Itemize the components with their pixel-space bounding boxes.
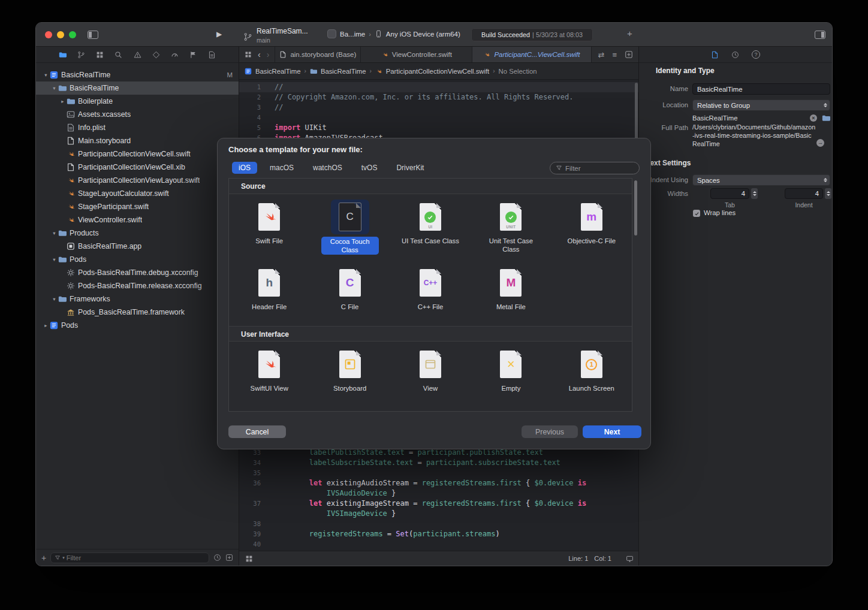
navigator-row-boilerplate[interactable]: ▸Boilerplate xyxy=(36,95,239,108)
navigator-row-pods-basicrealtime-framework[interactable]: Pods_BasicRealTime.framework xyxy=(36,306,239,319)
platform-tab-macos[interactable]: macOS xyxy=(263,162,300,174)
disclosure-closed-icon[interactable]: ▸ xyxy=(42,322,50,328)
destination-name[interactable]: Any iOS Device (arm64) xyxy=(386,31,460,38)
platform-tab-ios[interactable]: iOS xyxy=(232,162,257,174)
issue-navigator-icon[interactable] xyxy=(134,51,141,59)
scheme-selector[interactable]: Ba...ime › Any iOS Device (arm64) xyxy=(327,29,460,38)
file-inspector-icon[interactable] xyxy=(711,51,719,59)
tab-main-storyboard[interactable]: ain.storyboard (Base) xyxy=(275,47,360,62)
source-control-navigator-icon[interactable] xyxy=(77,51,85,59)
breadcrumb-project[interactable]: BasicRealTime xyxy=(255,68,301,75)
tab-width-stepper[interactable] xyxy=(751,188,758,199)
navigator-row-pods-basicrealtime-debug-xcconfig[interactable]: Pods-BasicRealTime.debug.xcconfig xyxy=(36,266,239,279)
navigator-row-assets-xcassets[interactable]: Assets.xcassets xyxy=(36,108,239,121)
wrap-lines-checkbox[interactable] xyxy=(693,210,700,217)
indent-width-stepper[interactable] xyxy=(825,188,831,199)
symbol-navigator-icon[interactable] xyxy=(96,51,104,59)
navigator-row-pods[interactable]: ▾Pods xyxy=(36,253,239,266)
navigator-row-participantcollectionviewcell-xib[interactable]: ParticipantCollectionViewCell.xib xyxy=(36,161,239,174)
indent-width-field[interactable]: 4 xyxy=(785,188,823,199)
go-forward-icon[interactable]: › xyxy=(267,50,270,59)
monitor-icon[interactable] xyxy=(626,555,634,563)
editor-options-icon[interactable] xyxy=(245,555,253,563)
minimize-window-button[interactable] xyxy=(57,31,64,38)
toggle-inspector-icon[interactable] xyxy=(815,31,825,39)
navigator-row-pods[interactable]: ▸Pods xyxy=(36,319,239,332)
next-button[interactable]: Next xyxy=(583,425,641,438)
template-metal-file[interactable]: MMetal File xyxy=(471,260,551,326)
debug-navigator-icon[interactable] xyxy=(171,51,179,59)
activity-status[interactable]: Build Succeeded | 5/30/23 at 08:03 xyxy=(471,28,593,41)
indent-using-select[interactable]: Spaces xyxy=(692,174,830,186)
navigator-filter-input[interactable] xyxy=(67,554,205,561)
template-header-file[interactable]: hHeader File xyxy=(229,260,309,326)
template-objective-c-file[interactable]: mObjective-C File xyxy=(551,194,632,260)
test-navigator-icon[interactable] xyxy=(152,51,160,59)
tab-viewcontroller-swift[interactable]: ViewController.swift xyxy=(360,47,472,62)
template-cocoa-touch-class[interactable]: CCocoa Touch Class xyxy=(309,194,390,260)
tab-width-field[interactable]: 4 xyxy=(710,188,749,199)
disclosure-open-icon[interactable]: ▾ xyxy=(50,296,58,302)
navigator-row-participantcollectionviewcell-swift[interactable]: ParticipantCollectionViewCell.swift xyxy=(36,147,239,161)
template-view[interactable]: View xyxy=(390,342,471,407)
navigator-row-participantcollectionviewlayout-swift[interactable]: ParticipantCollectionViewLayout.swift xyxy=(36,174,239,187)
project-navigator-icon[interactable] xyxy=(59,51,67,59)
breadcrumb-group[interactable]: BasicRealTime xyxy=(321,68,366,75)
scheme-name[interactable]: Ba...ime xyxy=(340,31,365,38)
template-c-file[interactable]: C++C++ File xyxy=(390,260,471,326)
template-c-file[interactable]: CC File xyxy=(309,260,390,326)
dialog-scrollbar[interactable] xyxy=(634,180,637,235)
disclosure-open-icon[interactable]: ▾ xyxy=(50,230,58,236)
location-select[interactable]: Relative to Group xyxy=(692,99,830,111)
swap-editors-icon[interactable]: ⇄ xyxy=(598,50,605,59)
zoom-window-button[interactable] xyxy=(69,31,76,38)
related-items-icon[interactable] xyxy=(245,51,252,58)
template-filter-field[interactable]: Filter xyxy=(550,162,640,174)
navigator-row-main-storyboard[interactable]: Main.storyboard xyxy=(36,134,239,147)
open-path-icon[interactable]: → xyxy=(816,139,824,147)
template-ui-test-case-class[interactable]: UIUI Test Case Class xyxy=(390,194,471,260)
library-button[interactable]: + xyxy=(627,28,632,38)
help-inspector-icon[interactable]: ? xyxy=(752,50,760,59)
run-button[interactable]: ▶ xyxy=(216,30,222,38)
disclosure-closed-icon[interactable]: ▸ xyxy=(59,98,67,104)
toggle-navigator-icon[interactable] xyxy=(88,31,98,39)
find-navigator-icon[interactable] xyxy=(114,51,122,59)
template-empty[interactable]: ×Empty xyxy=(471,342,551,407)
previous-button[interactable]: Previous xyxy=(522,425,578,438)
minimap-icon[interactable]: ≡ xyxy=(612,50,617,59)
name-field[interactable]: BasicRealTime xyxy=(692,83,830,95)
close-window-button[interactable] xyxy=(45,31,52,38)
navigator-row-stagelayoutcal-culator-swift[interactable]: StageLayoutCal​culator.swift xyxy=(36,187,239,200)
tab-participant-cell-swift[interactable]: ParticipantC...ViewCell.swift xyxy=(472,47,591,62)
breadcrumb-file[interactable]: ParticipantCollectionViewCell.swift xyxy=(386,68,489,75)
report-navigator-icon[interactable] xyxy=(208,51,216,59)
template-launch-screen[interactable]: 1Launch Screen xyxy=(551,342,632,407)
recent-files-filter-icon[interactable] xyxy=(213,554,221,561)
navigator-row-basicrealtime[interactable]: ▾BasicRealTime xyxy=(36,81,239,95)
add-editor-icon[interactable] xyxy=(625,50,633,59)
platform-tab-watchos[interactable]: watchOS xyxy=(306,162,349,174)
template-swift-file[interactable]: Swift File xyxy=(229,194,309,260)
navigator-row-info-plist[interactable]: Info.plist xyxy=(36,121,239,134)
navigator-row-frameworks[interactable]: ▾Frameworks xyxy=(36,292,239,306)
navigator-row-products[interactable]: ▾Products xyxy=(36,227,239,240)
choose-folder-icon[interactable] xyxy=(822,114,830,122)
clear-icon[interactable]: × xyxy=(810,114,817,122)
platform-tab-driverkit[interactable]: DriverKit xyxy=(390,162,430,174)
navigator-row-viewcontroller-swift[interactable]: ViewController.swift xyxy=(36,213,239,227)
disclosure-open-icon[interactable]: ▾ xyxy=(50,256,58,262)
breadcrumb-selection[interactable]: No Selection xyxy=(499,68,537,75)
disclosure-open-icon[interactable]: ▾ xyxy=(50,85,58,91)
template-storyboard[interactable]: Storyboard xyxy=(309,342,390,407)
cancel-button[interactable]: Cancel xyxy=(228,425,286,438)
platform-tab-tvos[interactable]: tvOS xyxy=(355,162,384,174)
template-swiftui-view[interactable]: SwiftUI View xyxy=(229,342,309,407)
navigator-row-basicrealtime-app[interactable]: BasicRealTime.app xyxy=(36,240,239,253)
add-file-button[interactable]: + xyxy=(41,553,46,563)
navigator-row-basicrealtime[interactable]: ▾BasicRealTimeM xyxy=(36,68,239,81)
source-control-filter-icon[interactable] xyxy=(225,554,233,561)
disclosure-open-icon[interactable]: ▾ xyxy=(42,72,50,78)
navigator-row-pods-basicrealtime-release-xcconfig[interactable]: Pods-BasicRealTime.release.xcconfig xyxy=(36,279,239,292)
editor-scrollbar[interactable] xyxy=(635,83,638,146)
